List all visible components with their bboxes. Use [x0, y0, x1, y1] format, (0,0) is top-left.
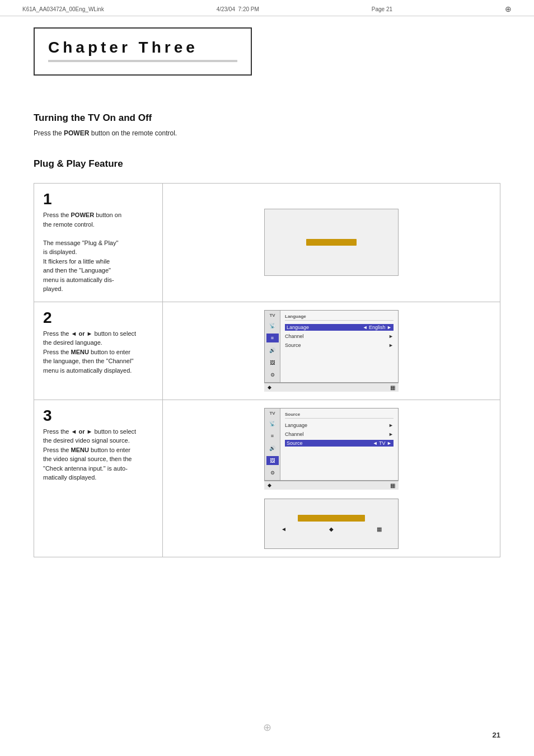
step-1-illustration	[163, 184, 500, 302]
step-2-text: Press the ◄ or ► button to select the de…	[43, 329, 153, 375]
menu-icon-channel-3: ≡	[266, 431, 279, 440]
page-number: 21	[493, 731, 500, 739]
step-2-nav-icon: ◆	[268, 384, 271, 390]
menu-icon-volume: 🔊	[266, 346, 279, 355]
step-2-menu-icons: TV 📡 ≡ 🔊 🖼 ⚙	[265, 311, 280, 382]
step-3-nav-bar: ◆ ▦	[264, 481, 399, 490]
section-turning-on-off: Turning the TV On and Off Press the POWE…	[34, 112, 500, 138]
step-2-menu-row-3: Source►	[285, 342, 394, 349]
step-3-ant-nav-icon: ◆	[329, 526, 334, 532]
step-2-illustration: TV 📡 ≡ 🔊 🖼 ⚙ Language Language◄ English …	[163, 302, 500, 400]
tv-label-2: TV	[269, 313, 275, 318]
meta-filename: K61A_AA03472A_00Eng_WLink	[22, 6, 104, 12]
step-1-text: Press the POWER button onthe remote cont…	[43, 210, 153, 294]
menu-icon-picture: 🖼	[266, 358, 279, 367]
step-2-channel-bar: ▦	[390, 384, 395, 391]
step-2-menu-content: Language Language◄ English ► Channel► So…	[280, 311, 398, 382]
step-2-nav-bar: ◆ ▦	[264, 383, 399, 392]
step-3-text: Press the ◄ or ► button to select the de…	[43, 427, 153, 482]
menu-icon-channel: ≡	[266, 334, 279, 342]
chapter-header-box: Chapter Three	[34, 27, 252, 76]
section-plug-play: Plug & Play Feature	[34, 158, 500, 170]
step-2-menu-row-1: Language◄ English ►	[285, 324, 394, 331]
chapter-underline	[48, 60, 237, 62]
meta-bar: K61A_AA03472A_00Eng_WLink 4/23/04 7:20 P…	[0, 0, 534, 16]
main-content: Chapter Three Turning the TV On and Off …	[0, 16, 534, 580]
crosshair-bottom: ⊕	[263, 721, 271, 734]
step-3-antenna-panel: ◄ ◆ ▦	[264, 499, 399, 549]
step-3-menu-row-3: Source◄ TV ►	[285, 440, 394, 447]
section1-body: Press the POWER button on the remote con…	[34, 128, 500, 138]
menu-icon-antenna-3: 📡	[266, 419, 279, 428]
step-2-menu-panel: TV 📡 ≡ 🔊 🖼 ⚙ Language Language◄ English …	[264, 310, 399, 383]
step-1-screen	[264, 209, 399, 276]
step-2-menu-row-2: Channel►	[285, 333, 394, 340]
step-3-left: 3 Press the ◄ or ► button to select the …	[34, 400, 163, 557]
step-3-menu-header: Source	[285, 412, 394, 419]
step-3-orange-bar	[298, 515, 365, 522]
step-3-nav-icon: ◆	[268, 482, 271, 488]
meta-date-time: 4/23/04 7:20 PM	[217, 6, 259, 12]
step-3-menu-row-2: Channel►	[285, 431, 394, 438]
section2-heading: Plug & Play Feature	[34, 158, 500, 170]
step-1-number: 1	[43, 191, 153, 207]
menu-icon-setup-3: ⚙	[266, 468, 279, 477]
step-2-row: 2 Press the ◄ or ► button to select the …	[34, 302, 500, 400]
step-3-menu-row-1: Language►	[285, 422, 394, 429]
step-3-ant-nav-left: ◄	[281, 526, 287, 532]
tv-label-3: TV	[269, 411, 275, 416]
chapter-title: Chapter Three	[48, 39, 237, 57]
section1-heading: Turning the TV On and Off	[34, 112, 500, 124]
step-1-left: 1 Press the POWER button onthe remote co…	[34, 184, 163, 302]
step-3-ch-icon: ▦	[390, 482, 395, 489]
step-2-number: 2	[43, 310, 153, 326]
step-3-antenna-nav: ◄ ◆ ▦	[275, 526, 387, 532]
step-3-channel-bar: ▦	[390, 482, 395, 489]
step-2-left: 2 Press the ◄ or ► button to select the …	[34, 302, 163, 400]
menu-icon-source: 🖼	[266, 456, 279, 465]
step-3-menu-panel: TV 📡 ≡ 🔊 🖼 ⚙ Source Language►	[264, 408, 399, 481]
section1-bold: POWER	[64, 129, 89, 137]
step-3-number: 3	[43, 408, 153, 424]
step-3-ant-nav-bars: ▦	[377, 526, 382, 532]
steps-container: 1 Press the POWER button onthe remote co…	[34, 183, 500, 557]
menu-icon-antenna: 📡	[266, 321, 279, 330]
crosshair-icon: ⊕	[505, 4, 512, 13]
meta-page-ref: Page 21	[372, 6, 392, 12]
step-3-menu-content: Source Language► Channel► Source◄ TV ►	[280, 408, 398, 480]
step-2-menu-header: Language	[285, 314, 394, 321]
step-3-menu-icons: TV 📡 ≡ 🔊 🖼 ⚙	[265, 408, 280, 480]
step-3-illustration: TV 📡 ≡ 🔊 🖼 ⚙ Source Language►	[163, 400, 500, 557]
step-2-ch-icon: ▦	[390, 384, 395, 391]
step-1-row: 1 Press the POWER button onthe remote co…	[34, 184, 500, 302]
step-3-row: 3 Press the ◄ or ► button to select the …	[34, 400, 500, 557]
menu-icon-volume-3: 🔊	[266, 444, 279, 453]
menu-icon-setup: ⚙	[266, 370, 279, 379]
step-1-orange-bar	[306, 239, 357, 246]
